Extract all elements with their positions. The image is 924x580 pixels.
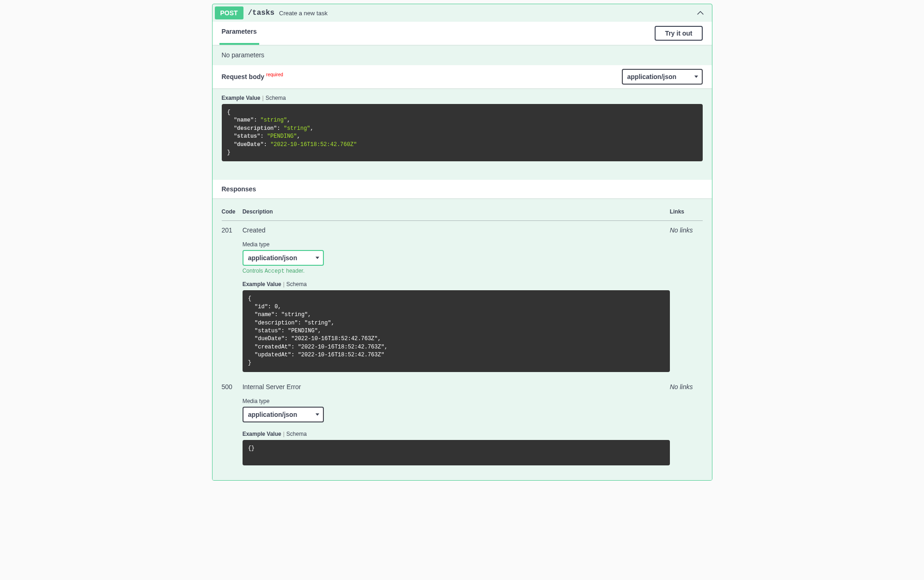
- accept-header-note: Controls Accept header.: [243, 268, 670, 275]
- content-type-select-wrap: application/json: [622, 69, 703, 85]
- tab-separator: |: [283, 431, 285, 437]
- tab-separator: |: [283, 281, 285, 287]
- response-content-type-select-wrap: application/json: [243, 250, 324, 266]
- col-links-header: Links: [670, 205, 703, 221]
- response-description: Internal Server Error: [243, 383, 670, 391]
- tab-schema[interactable]: Schema: [286, 431, 307, 437]
- opblock-post: POST /tasks Create a new task Parameters…: [212, 4, 712, 481]
- request-content-type-select[interactable]: application/json: [622, 69, 703, 85]
- request-body-section: Example Value|Schema { "name": "string",…: [213, 88, 712, 180]
- response-code: 201: [222, 221, 243, 378]
- media-type-label: Media type: [243, 241, 670, 248]
- response-example-tabs: Example Value|Schema: [243, 281, 670, 287]
- tab-example-value[interactable]: Example Value: [222, 95, 261, 101]
- no-parameters-text: No parameters: [213, 45, 712, 65]
- request-body-header: Request bodyrequired application/json: [213, 65, 712, 88]
- response-links: No links: [670, 221, 703, 378]
- response-content-type-select[interactable]: application/json: [243, 407, 324, 422]
- response-description-cell: CreatedMedia typeapplication/jsonControl…: [243, 221, 670, 378]
- response-example: { "id": 0, "name": "string", "descriptio…: [243, 290, 670, 372]
- response-description: Created: [243, 226, 670, 234]
- response-row: 201CreatedMedia typeapplication/jsonCont…: [222, 221, 703, 378]
- required-badge: required: [264, 72, 283, 77]
- response-example: {}: [243, 440, 670, 465]
- tab-underline: [219, 43, 259, 45]
- request-body-example: { "name": "string", "description": "stri…: [222, 104, 703, 161]
- col-code-header: Code: [222, 205, 243, 221]
- response-links: No links: [670, 378, 703, 471]
- response-description-cell: Internal Server ErrorMedia typeapplicati…: [243, 378, 670, 471]
- tab-example-value[interactable]: Example Value: [243, 281, 281, 287]
- chevron-up-icon[interactable]: [696, 8, 705, 18]
- responses-body: Code Description Links 201CreatedMedia t…: [213, 198, 712, 480]
- tab-schema[interactable]: Schema: [266, 95, 286, 101]
- http-method-badge: POST: [215, 6, 243, 19]
- tab-separator: |: [262, 95, 264, 101]
- response-row: 500Internal Server ErrorMedia typeapplic…: [222, 378, 703, 471]
- parameters-header: Parameters Try it out: [213, 22, 712, 45]
- tab-parameters-label: Parameters: [222, 28, 257, 35]
- opblock-summary[interactable]: POST /tasks Create a new task: [213, 4, 712, 22]
- col-description-header: Description: [243, 205, 670, 221]
- request-body-tabs: Example Value|Schema: [222, 95, 703, 101]
- response-code: 500: [222, 378, 243, 471]
- opblock-body: Parameters Try it out No parameters Requ…: [213, 22, 712, 480]
- tab-parameters[interactable]: Parameters: [222, 28, 257, 39]
- response-example-tabs: Example Value|Schema: [243, 431, 670, 437]
- responses-header: Responses: [213, 180, 712, 198]
- endpoint-path: /tasks: [248, 9, 275, 17]
- tab-example-value[interactable]: Example Value: [243, 431, 281, 437]
- tab-schema[interactable]: Schema: [286, 281, 307, 287]
- responses-table: Code Description Links 201CreatedMedia t…: [222, 205, 703, 471]
- response-content-type-select-wrap: application/json: [243, 407, 324, 422]
- response-content-type-select[interactable]: application/json: [243, 250, 324, 266]
- media-type-label: Media type: [243, 398, 670, 404]
- endpoint-summary: Create a new task: [279, 10, 695, 17]
- try-it-out-button[interactable]: Try it out: [655, 26, 702, 41]
- request-body-title: Request body: [222, 73, 265, 81]
